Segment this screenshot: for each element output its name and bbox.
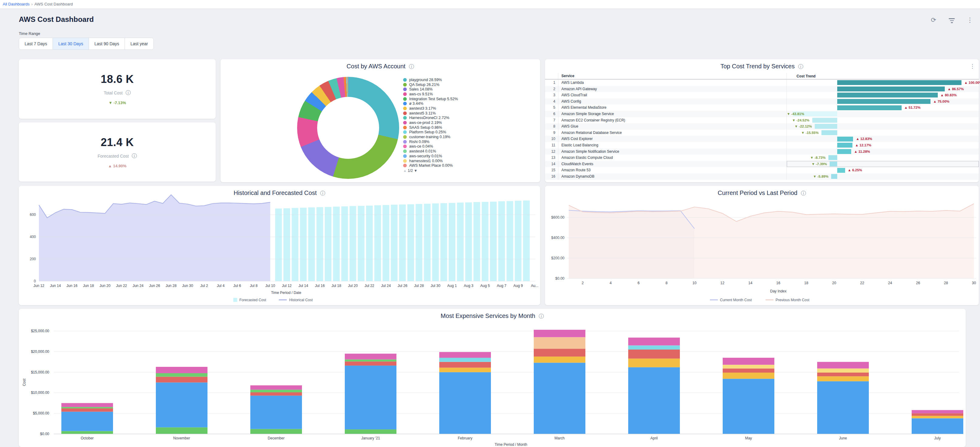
- legend-dot-icon: [403, 140, 407, 144]
- trend-bar: [821, 130, 837, 135]
- historical-forecast-chart[interactable]: 0200400600Jun 12Jun 14Jun 16Jun 18Jun 20…: [19, 186, 540, 305]
- legend-dot-icon: [403, 107, 407, 110]
- trend-percent: ▲ 11.28%: [854, 148, 870, 155]
- time-range-last-90-days[interactable]: Last 90 Days: [89, 38, 125, 49]
- arrow-down-icon: ▼: [108, 100, 112, 105]
- column-header-cost-trend[interactable]: Cost Trend: [787, 73, 979, 79]
- table-row[interactable]: 6Amazon Simple Storage Service▼ -43.81%: [545, 111, 979, 117]
- legend-item[interactable]: ø 3.44%: [403, 101, 458, 106]
- svg-text:8: 8: [666, 281, 668, 285]
- table-row[interactable]: 1AWS Lambda▲ 100.00%: [545, 80, 979, 86]
- legend-item[interactable]: QA Setup 26.21%: [403, 82, 458, 87]
- table-row[interactable]: 13Amazon Elastic Compute Cloud▼ -8.73%: [545, 154, 979, 161]
- svg-text:20: 20: [832, 281, 836, 285]
- table-row[interactable]: 11Elastic Load Balancing▲ 12.17%: [545, 142, 979, 148]
- forecasted-cost-delta: ▲ 14.90%: [108, 164, 127, 168]
- svg-text:2: 2: [582, 281, 584, 285]
- table-row[interactable]: 4AWS Config▲ 75.00%: [545, 99, 979, 105]
- info-icon[interactable]: ⓘ: [798, 64, 803, 70]
- legend-item[interactable]: aws-ce-prod 2.19%: [403, 120, 458, 125]
- legend-item[interactable]: awstest4 0.01%: [403, 149, 458, 154]
- trend-percent: ▲ 80.83%: [940, 92, 957, 99]
- table-row[interactable]: 8AWS Glue▼ -22.12%: [545, 123, 979, 130]
- kebab-icon[interactable]: ⋮: [970, 63, 975, 70]
- table-row[interactable]: 15Amazon Route 53▲ 6.25%: [545, 167, 979, 173]
- trend-percent: ▼ -8.73%: [787, 154, 826, 161]
- table-row[interactable]: 10AWS Cost Explorer▲ 12.83%: [545, 136, 979, 142]
- time-range-last-year[interactable]: Last year: [124, 38, 153, 49]
- legend-item[interactable]: SAAS Setup 0.86%: [403, 125, 458, 130]
- time-range-group: Last 7 Days Last 30 Days Last 90 Days La…: [19, 38, 154, 50]
- trend-bar: [837, 99, 931, 104]
- table-row[interactable]: 7Amazon EC2 Container Registry (ECR)▼ -2…: [545, 117, 979, 124]
- svg-text:June: June: [839, 436, 847, 440]
- breadcrumb-separator-icon: ›: [31, 2, 32, 6]
- legend-dot-icon: [403, 121, 407, 124]
- table-row[interactable]: 16Amazon DynamoDB▼ -5.89%: [545, 173, 979, 180]
- time-range-last-30-days[interactable]: Last 30 Days: [52, 38, 89, 49]
- donut-legend: playground 28.59%QA Setup 26.21%Sales 14…: [403, 78, 458, 173]
- legend-item[interactable]: Platform Setup 0.25%: [403, 130, 458, 135]
- legend-item[interactable]: AWS Market Place 0.00%: [403, 163, 458, 168]
- trend-table-title: Top Cost Trend by Services: [720, 63, 795, 70]
- svg-text:$600.00: $600.00: [551, 215, 565, 220]
- trend-bar: [831, 174, 837, 179]
- info-icon[interactable]: ⓘ: [126, 90, 131, 95]
- table-row[interactable]: 5AWS Elemental MediaStore▲ 51.72%: [545, 105, 979, 111]
- info-icon[interactable]: ⓘ: [409, 64, 414, 70]
- legend-item[interactable]: playground 28.59%: [403, 78, 458, 82]
- svg-text:Jun 22: Jun 22: [116, 284, 127, 288]
- trend-percent: ▲ 12.83%: [856, 136, 872, 142]
- legend-dot-icon: [403, 150, 407, 153]
- svg-text:April: April: [651, 436, 658, 440]
- monthly-services-chart[interactable]: $0.00$5,000.00$10,000.00$15,000.00$20,00…: [19, 309, 966, 447]
- trend-percent: ▼ -24.52%: [787, 117, 810, 124]
- legend-item[interactable]: aws-ce 0.04%: [403, 144, 458, 149]
- refresh-icon[interactable]: ⟳: [929, 16, 937, 25]
- monthly-services-card: Most Expensive Services by Month ⓘ $0.00…: [19, 309, 966, 447]
- column-header-service[interactable]: Service: [558, 73, 787, 79]
- svg-text:Jul 8: Jul 8: [250, 284, 258, 288]
- table-row[interactable]: 9Amazon Relational Database Service▼ -15…: [545, 130, 979, 136]
- trend-table-header: Service Cost Trend: [545, 73, 979, 80]
- svg-text:12: 12: [720, 281, 724, 285]
- forecasted-cost-card: 21.4 K Forecasted Cost ⓘ ▲ 14.90%: [19, 122, 216, 181]
- legend-item[interactable]: Sales 14.08%: [403, 87, 458, 92]
- svg-text:Jul 14: Jul 14: [298, 284, 308, 288]
- legend-item[interactable]: awstest3 3.17%: [403, 106, 458, 111]
- donut-chart[interactable]: [297, 77, 399, 179]
- legend-item[interactable]: HarnessDroneCI 2.72%: [403, 116, 458, 121]
- total-cost-delta: ▼ -7.13%: [108, 100, 126, 105]
- page-up-icon[interactable]: ▲: [403, 169, 407, 173]
- time-range-last-7-days[interactable]: Last 7 Days: [19, 38, 52, 49]
- legend-item[interactable]: Integration Test Setup 5.52%: [403, 97, 458, 102]
- legend-item[interactable]: harnesstest1 0.00%: [403, 159, 458, 163]
- page-down-icon[interactable]: ▼: [414, 169, 417, 173]
- legend-item[interactable]: aws-cs 9.51%: [403, 92, 458, 97]
- svg-text:Aug 1: Aug 1: [447, 284, 457, 288]
- table-row[interactable]: 3AWS CloudTrail▲ 80.83%: [545, 92, 979, 99]
- table-row[interactable]: 2Amazon API Gateway▲ 86.57%: [545, 86, 979, 92]
- legend-item[interactable]: Rishi 0.09%: [403, 139, 458, 144]
- svg-text:$0.00: $0.00: [555, 276, 565, 281]
- filter-icon[interactable]: [948, 16, 956, 25]
- svg-text:December: December: [267, 436, 284, 440]
- info-icon[interactable]: ⓘ: [132, 153, 137, 159]
- trend-bar: [837, 92, 938, 97]
- svg-text:4: 4: [610, 281, 612, 285]
- breadcrumb-all-dashboards-link[interactable]: All Dashboards: [3, 2, 29, 6]
- period-compare-chart[interactable]: $0.00$200.00$400.00$600.0024681012141618…: [545, 186, 979, 305]
- legend-item[interactable]: awstest5 3.11%: [403, 111, 458, 116]
- legend-item[interactable]: customer-training 0.19%: [403, 135, 458, 139]
- kebab-icon[interactable]: ⋮: [966, 16, 974, 25]
- svg-text:November: November: [173, 436, 190, 440]
- svg-text:Previous Month Cost: Previous Month Cost: [776, 298, 810, 302]
- trend-percent: ▼ -7.39%: [787, 161, 827, 167]
- svg-text:$400.00: $400.00: [551, 235, 565, 240]
- svg-text:Jul 2: Jul 2: [200, 284, 208, 288]
- svg-text:24: 24: [888, 281, 892, 285]
- legend-dot-icon: [403, 102, 407, 105]
- table-row[interactable]: 12Amazon Simple Notification Service▲ 11…: [545, 148, 979, 155]
- legend-item[interactable]: aws-security 0.01%: [403, 154, 458, 159]
- table-row[interactable]: 14CloudWatch Events▼ -7.39%: [545, 161, 979, 167]
